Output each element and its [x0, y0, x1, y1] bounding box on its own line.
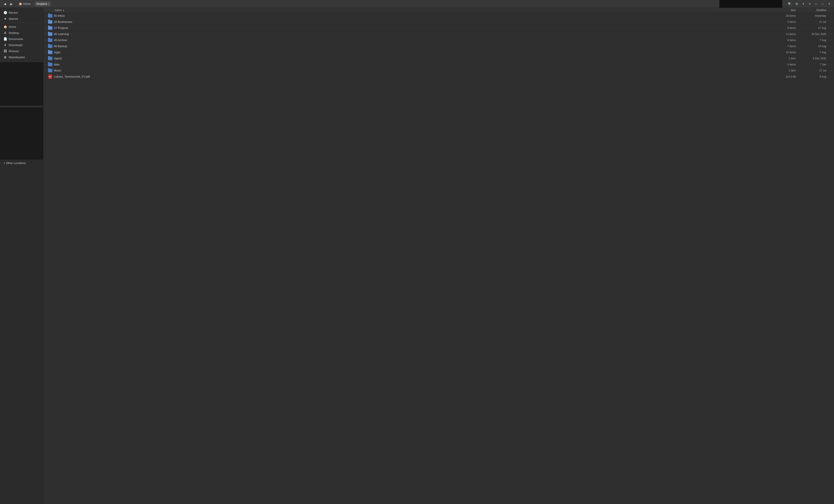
file-name-90backup: 90 Backup [54, 45, 659, 48]
current-folder-label: Dropbox [37, 2, 47, 5]
folder-icon [48, 44, 52, 48]
file-modified-data: 7 Jan [797, 63, 828, 66]
star-icon-data[interactable]: ☆ [828, 63, 834, 66]
back-button[interactable]: ◀ [2, 1, 8, 7]
view-dropdown-button[interactable]: ▾ [800, 1, 806, 7]
star-icon-apps[interactable]: ☆ [828, 51, 834, 54]
file-size-27projects: 8 items [771, 26, 797, 29]
sidebar-item-recent[interactable]: 🕐 Recent [0, 9, 43, 16]
sidebar-item-downloads[interactable]: ⬇ Downloads [0, 42, 43, 48]
sidebar-divider-3 [0, 106, 43, 107]
file-modified-apps: 7 Aug [797, 51, 828, 54]
sidebar-label-recent: Recent [9, 11, 18, 14]
folder-icon [48, 57, 52, 60]
table-row[interactable]: › 27 Projects 8 items 17 Aug ☆ [43, 25, 834, 31]
file-size-20businesses: 3 items [771, 20, 797, 23]
expand-icon[interactable]: › [43, 51, 48, 53]
expand-icon[interactable]: › [43, 21, 48, 23]
table-row[interactable]: › 90 Backup 7 items 15 Aug ☆ [43, 43, 834, 49]
file-list: › 00 Inbox 34 items Yesterday ☆ › 20 Bus… [43, 13, 834, 504]
expand-icon[interactable]: › [43, 15, 48, 17]
modified-column-label: Modified [816, 9, 826, 12]
file-name-00inbox: 00 Inbox [54, 14, 659, 17]
table-row[interactable]: › Apps2 1 item 4 Dec 2020 ☆ [43, 56, 834, 62]
column-header-modified[interactable]: Modified [797, 9, 828, 12]
folder-icon [48, 69, 52, 72]
star-icon-music[interactable]: ☆ [828, 69, 834, 72]
expand-icon[interactable]: › [43, 39, 48, 41]
expand-icon[interactable]: › [43, 69, 48, 72]
table-row[interactable]: › 00 Inbox 34 items Yesterday ☆ [43, 13, 834, 19]
sidebar-label-wastebasket: Wastebasket [9, 56, 25, 59]
star-icon-20businesses[interactable]: ☆ [828, 20, 834, 23]
search-button[interactable]: 🔍 [787, 1, 793, 7]
folder-icon [48, 20, 52, 24]
file-modified-40learning: 24 Dec 2020 [797, 32, 828, 36]
sidebar-item-desktop[interactable]: 🖥 Desktop [0, 30, 43, 36]
file-modified-20businesses: 21 Jul [797, 20, 828, 23]
sidebar-preview-top [0, 62, 43, 106]
home-breadcrumb[interactable]: 🏠 Home [17, 1, 32, 6]
table-row[interactable]: › Apps 15 items 7 Aug ☆ [43, 49, 834, 56]
window-controls: ⊞ ▾ ≡ — □ ✕ [794, 1, 832, 7]
downloads-icon: ⬇ [3, 43, 7, 47]
file-name-45archive: 45 Archive [54, 39, 659, 42]
table-row[interactable]: PDF Lukasz_Tymoszczuk_CV.pdf 114.2 kB 9 … [43, 74, 834, 80]
file-name-apps2: Apps2 [54, 57, 659, 60]
file-size-90backup: 7 items [771, 45, 797, 48]
pdf-file-icon: PDF [48, 75, 52, 79]
expand-icon[interactable]: › [43, 27, 48, 29]
expand-icon[interactable]: › [43, 63, 48, 66]
expand-icon[interactable]: › [43, 45, 48, 47]
titlebar: ◀ ▶ 🏠 Home › Dropbox ▾ 🔍 ⊞ ▾ ≡ — □ ✕ [0, 0, 834, 8]
star-icon-45archive[interactable]: ☆ [828, 39, 834, 42]
grid-view-button[interactable]: ⊞ [794, 1, 800, 7]
sort-arrow-icon: ▲ [63, 9, 65, 11]
expand-icon[interactable]: › [43, 33, 48, 35]
column-header-name[interactable]: Name ▲ [48, 9, 659, 12]
sidebar-item-documents[interactable]: 📄 Documents [0, 36, 43, 42]
forward-button[interactable]: ▶ [8, 1, 14, 7]
table-row[interactable]: › Music 1 item 17 Jul ☆ [43, 68, 834, 74]
sidebar-divider-2 [0, 61, 43, 61]
properties-button[interactable]: ≡ [807, 1, 813, 7]
folder-icon [48, 63, 52, 66]
minimize-button[interactable]: — [813, 1, 819, 7]
close-button[interactable]: ✕ [826, 1, 832, 7]
sidebar-item-pictures[interactable]: 🖼 Pictures [0, 48, 43, 54]
star-icon-27projects[interactable]: ☆ [828, 26, 834, 29]
file-name-20businesses: 20 Businesses [54, 20, 659, 23]
star-icon-apps2[interactable]: ☆ [828, 57, 834, 60]
table-row[interactable]: › data 0 items 7 Jan ☆ [43, 62, 834, 68]
star-icon-90backup[interactable]: ☆ [828, 45, 834, 48]
breadcrumb: 🏠 Home › Dropbox ▾ [17, 0, 784, 8]
star-icon-00inbox[interactable]: ☆ [828, 14, 834, 17]
sidebar-item-home[interactable]: 🏠 Home [0, 24, 43, 30]
maximize-button[interactable]: □ [820, 1, 826, 7]
table-row[interactable]: › 20 Businesses 3 items 21 Jul ☆ [43, 19, 834, 25]
sidebar-label-home: Home [9, 25, 16, 28]
table-row[interactable]: › 40 Learning 11 items 24 Dec 2020 ☆ [43, 31, 834, 37]
file-modified-apps2: 4 Dec 2020 [797, 57, 828, 60]
sidebar-label-desktop: Desktop [9, 31, 19, 35]
size-column-label: Size [791, 9, 796, 12]
column-header-size[interactable]: Size [771, 9, 797, 12]
star-icon-40learning[interactable]: ☆ [828, 32, 834, 36]
star-icon-cv[interactable]: ☆ [828, 75, 834, 78]
table-row[interactable]: › 45 Archive 8 items 7 Aug ☆ [43, 37, 834, 43]
sidebar: 🕐 Recent ★ Starred 🏠 Home 🖥 Desktop 📄 Do… [0, 8, 43, 504]
file-area: Name ▲ Size Modified › 00 Inbox 34 items [43, 8, 834, 504]
current-folder-breadcrumb[interactable]: Dropbox ▾ [35, 1, 51, 6]
sidebar-item-starred[interactable]: ★ Starred [0, 16, 43, 22]
expand-icon[interactable]: › [43, 57, 48, 60]
documents-icon: 📄 [3, 37, 7, 41]
pictures-icon: 🖼 [3, 49, 7, 53]
sidebar-label-pictures: Pictures [9, 49, 19, 53]
other-locations-button[interactable]: + Other Locations [0, 160, 43, 167]
sidebar-item-wastebasket[interactable]: 🗑 Wastebasket [0, 54, 43, 60]
starred-icon: ★ [3, 17, 7, 20]
file-size-00inbox: 34 items [771, 14, 797, 17]
home-icon: 🏠 [19, 2, 22, 5]
main-content: 🕐 Recent ★ Starred 🏠 Home 🖥 Desktop 📄 Do… [0, 8, 834, 504]
folder-icon [48, 26, 52, 30]
